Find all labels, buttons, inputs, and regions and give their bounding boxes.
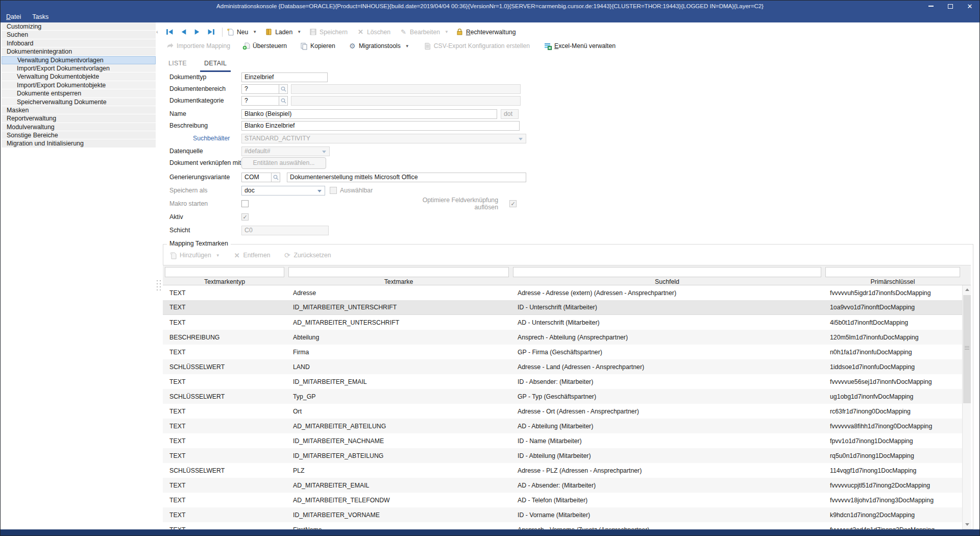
table-row[interactable]: TEXT Ort Adresse - Ort (Adressen - Anspr… [163, 404, 962, 419]
table-row[interactable]: TEXT FirstName Ansprech - Vorname /Zusat… [163, 522, 962, 530]
mapping-reset-button[interactable]: ⟳ Zurücksetzen [283, 252, 331, 259]
filter-textmarkentyp[interactable] [165, 267, 284, 277]
edit-button[interactable]: ✎ Bearbeiten▼ [400, 28, 449, 36]
filter-textmarke[interactable] [288, 267, 509, 277]
sidebar-item[interactable]: Speicherverwaltung Dokumente [2, 98, 156, 106]
name-input[interactable]: Blanko (Beispiel) [241, 109, 497, 119]
sidebar-splitter[interactable]: ‹ [156, 22, 162, 529]
column-header-suchfeld[interactable]: Suchfeld [511, 278, 823, 285]
table-row[interactable]: SCHLÜSSELWERT PLZ Adresse - PLZ (Adresse… [163, 463, 962, 478]
copy-button[interactable]: Kopieren [300, 42, 335, 50]
import-mapping-button[interactable]: Importiere Mapping [166, 42, 230, 50]
sidebar-item[interactable]: Sonstige Bereiche [2, 131, 156, 139]
table-row[interactable]: TEXT ID_MITARBEITER_VORNAME ID - Vorname… [163, 507, 962, 522]
generierungsvariante-lookup-button[interactable] [272, 173, 280, 182]
dokumentkategorie-text-input[interactable] [291, 96, 521, 106]
delete-button[interactable]: ✕ Löschen [357, 28, 390, 36]
sidebar-item[interactable]: Verwaltung Dokumentvorlagen [2, 56, 156, 64]
table-row[interactable]: TEXT AD_MITARBEITER_TELEFONDW AD - Telef… [163, 493, 962, 507]
column-header-textmarkentyp[interactable]: Textmarkentyp [163, 278, 286, 285]
aktiv-checkbox[interactable]: ✓ [241, 213, 249, 221]
close-button[interactable]: ✕ [966, 3, 973, 10]
scroll-up-icon[interactable] [963, 285, 971, 294]
table-row[interactable]: TEXT ID_MITARBEITER_NACHNAME ID - Name (… [163, 433, 962, 448]
suchbehaelter-label[interactable]: Suchbehälter [169, 135, 241, 142]
menu-tasks[interactable]: Tasks [27, 12, 54, 22]
sidebar-item[interactable]: Infoboard [2, 39, 156, 47]
load-button[interactable]: Laden▼ [265, 28, 301, 36]
filter-primaerschluessel[interactable] [825, 267, 960, 277]
mapping-add-button[interactable]: Hinzufügen▼ [169, 252, 220, 259]
migration-dropdown-icon[interactable]: ▼ [405, 44, 409, 48]
table-row[interactable]: TEXT ID_MITARBEITER_ABTEILUNG ID - Abtei… [163, 448, 962, 463]
table-row[interactable]: TEXT AD_MITARBEITER_UNTERSCHRIFT AD - Un… [163, 315, 962, 330]
sidebar-item[interactable]: Import/Export Dokumentvorlagen [2, 64, 156, 72]
sidebar-item[interactable]: Reportverwaltung [2, 114, 156, 123]
schicht-input[interactable]: C0 [241, 226, 329, 235]
auswaehlbar-checkbox[interactable] [330, 187, 337, 194]
sidebar-item[interactable]: Modulverwaltung [2, 123, 156, 131]
collapse-sidebar-icon[interactable]: ‹ [156, 29, 158, 35]
dokumentenbereich-code-input[interactable]: ? [241, 84, 279, 94]
column-header-primaerschluessel[interactable]: Primärschlüssel [823, 278, 962, 285]
sidebar-item[interactable]: Verwaltung Dokumentobjekte [2, 72, 156, 81]
filter-suchfeld[interactable] [513, 267, 821, 277]
table-row[interactable]: TEXT Adresse Adresse - Adresse (extern) … [163, 285, 962, 300]
dokumentkategorie-lookup-button[interactable] [279, 96, 288, 106]
sidebar-item[interactable]: Suchen [2, 31, 156, 39]
table-row[interactable]: TEXT Firma GP - Firma (Geschäftspartner)… [163, 345, 962, 359]
sidebar-item[interactable]: Dokumentenintegration [2, 47, 156, 56]
generierungsvariante-text-input[interactable]: Dokumentenerstellung mittels Microsoft O… [287, 173, 526, 182]
save-button[interactable]: Speichern [309, 28, 348, 36]
optimiere-checkbox[interactable]: ✓ [509, 200, 517, 207]
table-scrollbar[interactable] [962, 285, 971, 529]
sidebar-item[interactable]: Customizing [2, 22, 156, 31]
tab-detail[interactable]: DETAIL [200, 58, 231, 72]
makro-starten-checkbox[interactable] [241, 200, 249, 207]
nav-prev-button[interactable] [177, 27, 190, 37]
csv-export-button[interactable]: CSV-Export Konfiguration erstellen [424, 42, 530, 50]
new-button[interactable]: Neu▼ [227, 28, 257, 36]
mapping-remove-button[interactable]: ✕ Entfernen [233, 252, 271, 259]
nav-next-button[interactable] [190, 27, 204, 37]
column-header-textmarke[interactable]: Textmarke [286, 278, 511, 285]
override-button[interactable]: Übersteuern [242, 42, 287, 50]
scrollbar-thumb[interactable] [963, 295, 971, 403]
maximize-button[interactable] [947, 3, 954, 10]
beschreibung-input[interactable]: Blanko Einzelbrief [241, 121, 520, 131]
title-bar[interactable]: Administrationskonsole {Database=ORACLE}… [1, 1, 979, 12]
table-row[interactable]: BESCHREIBUNG Abteilung Ansprech - Abteil… [163, 330, 962, 345]
nav-last-button[interactable] [204, 27, 218, 37]
table-row[interactable]: SCHLÜSSELWERT Typ_GP GP - Typ (Geschäfts… [163, 389, 962, 404]
load-dropdown-icon[interactable]: ▼ [297, 30, 301, 34]
speichern-als-select[interactable]: doc [241, 186, 325, 196]
minimize-button[interactable] [927, 3, 935, 10]
nav-first-button[interactable] [163, 27, 177, 37]
generierungsvariante-code-input[interactable]: COM [241, 173, 272, 182]
dokumentkategorie-code-input[interactable]: ? [241, 96, 279, 106]
entitaeten-auswaehlen-button[interactable]: Entitäten auswählen... [241, 157, 326, 169]
menu-datei[interactable]: Datei [1, 12, 27, 22]
dokumentenbereich-lookup-button[interactable] [279, 84, 288, 94]
new-dropdown-icon[interactable]: ▼ [253, 30, 257, 34]
tab-liste[interactable]: LISTE [168, 58, 187, 72]
edit-dropdown-icon[interactable]: ▼ [445, 30, 449, 34]
rights-button[interactable]: Rechteverwaltung [456, 28, 516, 36]
table-row[interactable]: TEXT ID_MITARBEITER_EMAIL ID - Absender:… [163, 374, 962, 389]
excel-menu-button[interactable]: Excel-Menü verwalten [544, 42, 616, 50]
table-row[interactable]: TEXT AD_MITARBEITER_ABTEILUNG AD - Abtei… [163, 419, 962, 433]
add-dropdown-icon[interactable]: ▼ [216, 253, 220, 258]
migration-tools-button[interactable]: ⚙ Migrationstools▼ [349, 42, 409, 50]
table-row[interactable]: TEXT ID_MITARBEITER_UNTERSCHRIFT ID - Un… [163, 300, 962, 315]
sidebar-item[interactable]: Migration und Initialisierung [2, 139, 156, 148]
sidebar-item[interactable]: Masken [2, 106, 156, 114]
sidebar-item[interactable]: Dokumente entsperren [2, 89, 156, 98]
sidebar-item[interactable]: Import/Export Dokumentobjekte [2, 81, 156, 89]
dokumenttyp-input[interactable]: Einzelbrief [241, 72, 328, 82]
datenquelle-select[interactable]: #default# [241, 147, 330, 156]
scroll-down-icon[interactable] [963, 520, 971, 529]
table-row[interactable]: TEXT AD_MITARBEITER_EMAIL AD - Absender:… [163, 478, 962, 493]
dokumentenbereich-text-input[interactable] [291, 84, 521, 94]
table-row[interactable]: SCHLÜSSELWERT LAND Adresse - Land (Adres… [163, 359, 962, 374]
suchbehaelter-select[interactable]: STANDARD_ACTIVITY [241, 134, 526, 143]
